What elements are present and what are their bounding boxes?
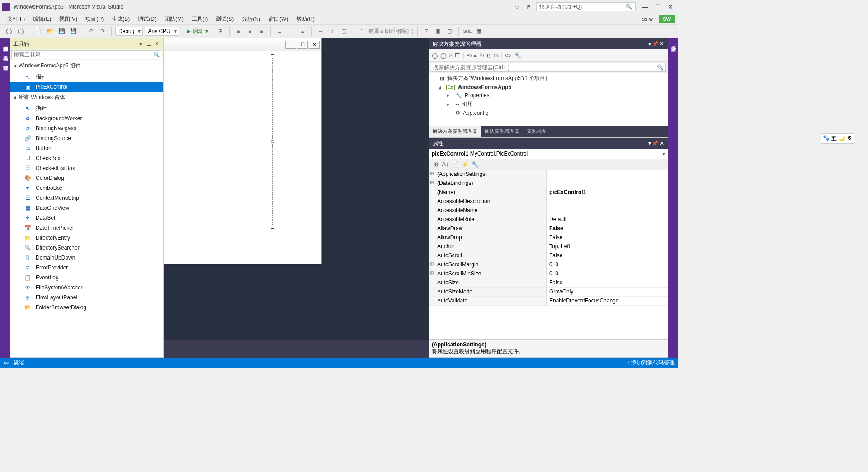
notification-icon[interactable]: ▽ [513, 3, 521, 11]
menu-build[interactable]: 生成(B) [108, 14, 133, 24]
property-row[interactable]: AutoScrollMinSize0, 0 [429, 269, 668, 278]
hspace-icon[interactable]: ↔ [316, 26, 326, 36]
toolbox-item[interactable]: ⊞FlowLayoutPanel [10, 293, 163, 302]
toolbox-item-pointer[interactable]: ↖指针 [10, 71, 163, 82]
config-combo[interactable]: Debug [115, 27, 143, 36]
property-value[interactable]: False [547, 278, 668, 287]
search-icon[interactable]: 🔍 [153, 52, 160, 58]
property-value[interactable]: EnablePreventFocusChange [547, 297, 668, 305]
property-row[interactable]: AllowDropFalse [429, 233, 668, 242]
properties-grid[interactable]: (ApplicationSettings)(DataBindings)(Name… [429, 170, 668, 339]
back-button[interactable]: ◯ [4, 26, 14, 36]
undo-button[interactable]: ↶ [86, 26, 96, 36]
align-middle-icon[interactable]: ⫟ [286, 26, 296, 36]
solution-search[interactable]: 🔍 [431, 63, 666, 72]
menu-test[interactable]: 测试(S) [212, 14, 237, 24]
tree-solution[interactable]: ⊞解决方案"WindowsFormsApp5"(1 个项目) [430, 74, 667, 83]
tree-project[interactable]: ◢C#WindowsFormsApp5 [430, 83, 667, 91]
platform-combo[interactable]: Any CPU [145, 27, 179, 36]
toolbox-item-picexcontrol[interactable]: ▣PicExControl [10, 82, 163, 92]
alphabetical-icon[interactable]: A↓ [441, 160, 450, 169]
search-icon[interactable]: 🔍 [657, 64, 664, 71]
collapse-icon[interactable]: ▸ [474, 52, 477, 59]
property-row[interactable]: AccessibleDescription [429, 197, 668, 206]
toolbox-category[interactable]: 所有 Windows 窗体 [10, 92, 163, 103]
properties-icon[interactable]: 📄 [451, 160, 460, 169]
property-row[interactable]: (ApplicationSettings) [429, 170, 668, 179]
menu-file[interactable]: 文件(F) [4, 14, 28, 24]
property-row[interactable]: AutoSizeModeGrowOnly [429, 288, 668, 297]
user-badge[interactable]: SW [659, 15, 675, 23]
toolbox-item[interactable]: ▭Button [10, 143, 163, 153]
toolbox-search-input[interactable] [14, 52, 153, 58]
wrench-icon[interactable]: 🔧 [514, 52, 521, 59]
toolbox-search[interactable]: 🔍 [11, 50, 162, 59]
toolbox-item[interactable]: ⚙BackgroundWorker [10, 113, 163, 123]
home-icon[interactable]: ⌂ [449, 52, 452, 59]
dropdown-icon[interactable]: ▾ [648, 41, 651, 47]
save-all-button[interactable]: 💾 [68, 26, 78, 36]
new-button[interactable]: 📄 [33, 26, 43, 36]
align-right-icon[interactable]: ≡ [257, 26, 267, 36]
toolbox-item[interactable]: 🔍DirectorySearcher [10, 243, 163, 253]
property-row[interactable]: AccessibleName [429, 206, 668, 215]
property-row[interactable]: AnchorTop, Left [429, 242, 668, 251]
flag-icon[interactable]: ⚑ [524, 3, 533, 11]
db-icon[interactable]: ▦ [474, 26, 484, 36]
property-value[interactable]: False [547, 233, 668, 242]
search-icon[interactable]: 🔍 [626, 4, 632, 10]
user-label[interactable]: ss w [638, 15, 656, 23]
events-icon[interactable]: ⚡ [461, 160, 470, 169]
property-row[interactable]: (Name)picExControl1 [429, 188, 668, 197]
tree-appconfig[interactable]: ⚙App.config [430, 109, 667, 117]
wrench-icon[interactable]: 🔧 [471, 160, 480, 169]
toolbox-item[interactable]: 📂FolderBrowserDialog [10, 302, 163, 312]
property-value[interactable]: GrowOnly [547, 288, 668, 296]
align-center-icon[interactable]: ≡ [245, 26, 255, 36]
toolbox-item[interactable]: ▾ComboBox [10, 183, 163, 193]
five-icon[interactable]: 五 [831, 135, 837, 142]
refresh2-icon[interactable]: ↻ [480, 52, 484, 59]
property-value[interactable]: False [547, 251, 668, 260]
toolbox-item[interactable]: ☰ContextMenuStrip [10, 193, 163, 203]
forward-button[interactable]: ◯ [15, 26, 25, 36]
redo-button[interactable]: ↷ [98, 26, 108, 36]
close-icon[interactable]: ✕ [153, 41, 160, 47]
property-row[interactable]: AutoScrollMargin0, 0 [429, 260, 668, 269]
property-row[interactable]: AllawDrawFalse [429, 224, 668, 233]
maximize-button[interactable]: ☐ [652, 2, 664, 11]
property-value[interactable] [547, 206, 668, 215]
tree-references[interactable]: ▸▪▪引用 [430, 99, 667, 109]
property-row[interactable]: AutoScrollFalse [429, 251, 668, 260]
sql-icon[interactable]: SQL [462, 26, 472, 36]
toolbox-item[interactable]: 📅DateTimePicker [10, 223, 163, 233]
forward-icon[interactable]: ◯ [440, 52, 446, 59]
minimize-button[interactable]: — [639, 2, 651, 11]
picexcontrol-instance[interactable] [168, 56, 273, 227]
menu-analyze[interactable]: 分析(N) [238, 14, 264, 24]
toolbox-item[interactable]: ☑CheckBox [10, 153, 163, 163]
open-button[interactable]: 📂 [45, 26, 55, 36]
toolbox-item[interactable]: ▦DataGridView [10, 203, 163, 213]
menu-window[interactable]: 窗口(W) [265, 14, 292, 24]
property-value[interactable]: Default [547, 215, 668, 224]
toolbox-item[interactable]: 📋EventLog [10, 273, 163, 283]
dropdown-icon[interactable]: ▾ [137, 41, 144, 47]
tab-team-explorer[interactable]: 团队资源管理器 [481, 126, 523, 137]
property-row[interactable]: AutoValidateEnablePreventFocusChange [429, 297, 668, 306]
property-value[interactable]: 0, 0 [547, 269, 668, 278]
toolbox-item[interactable]: 🗄DataSet [10, 213, 163, 223]
status-source-control[interactable]: ↑ 添加到源代码管理 [627, 359, 675, 367]
start-button[interactable]: 启动 ▾ [187, 28, 208, 35]
tree-properties[interactable]: ▸🔧Properties [430, 91, 667, 99]
back-icon[interactable]: ◯ [432, 52, 438, 59]
menu-edit[interactable]: 编辑(E) [29, 14, 55, 24]
pin-icon[interactable]: 📌 [652, 41, 659, 47]
property-value[interactable] [547, 179, 668, 188]
sync-icon[interactable]: 🗔 [455, 52, 460, 59]
refresh-icon[interactable]: ⟲ [467, 52, 472, 59]
tab-diagnostic-tools[interactable]: 诊断工具 [668, 38, 678, 47]
layout-icon[interactable]: ⊞ [216, 26, 226, 36]
dropdown-icon[interactable]: ▾ [648, 140, 651, 146]
properties-icon[interactable]: — [524, 52, 529, 59]
